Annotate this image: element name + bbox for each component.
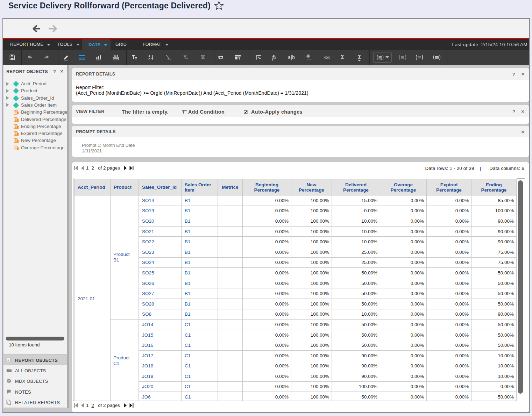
svg-text:?: ? bbox=[238, 57, 240, 60]
svg-text:Z: Z bbox=[148, 57, 150, 61]
